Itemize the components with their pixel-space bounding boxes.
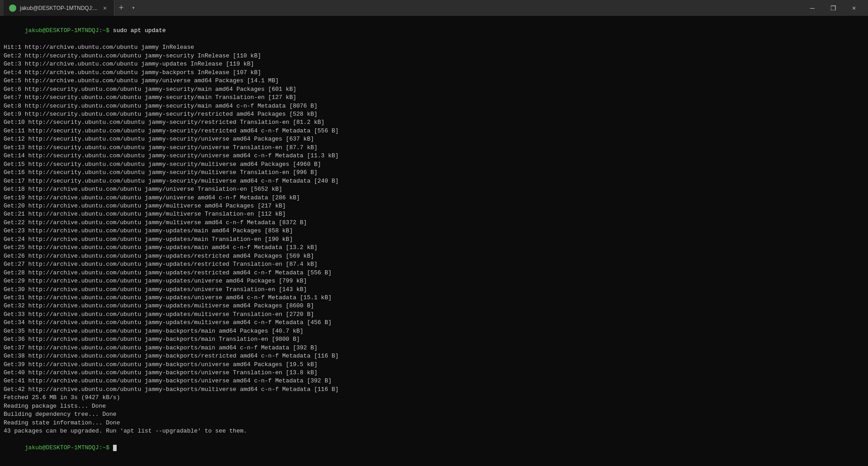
terminal-line: Get:40 http://archive.ubuntu.com/ubuntu … <box>4 369 864 377</box>
terminal-content[interactable]: jakub@DESKTOP-1MTNDQJ:~$ sudo apt update… <box>0 16 868 466</box>
terminal-line: Get:32 http://archive.ubuntu.com/ubuntu … <box>4 302 864 310</box>
terminal-line: Get:18 http://archive.ubuntu.com/ubuntu … <box>4 185 864 193</box>
terminal-line: Get:19 http://archive.ubuntu.com/ubuntu … <box>4 194 864 202</box>
terminal-line: Get:7 http://security.ubuntu.com/ubuntu … <box>4 94 864 102</box>
terminal-line: Get:12 http://security.ubuntu.com/ubuntu… <box>4 135 864 143</box>
terminal-line: Get:8 http://security.ubuntu.com/ubuntu … <box>4 102 864 110</box>
final-prompt-line: jakub@DESKTOP-1MTNDQJ:~$ <box>4 436 864 461</box>
terminal-line: Get:11 http://security.ubuntu.com/ubuntu… <box>4 127 864 135</box>
terminal-line: 43 packages can be upgraded. Run 'apt li… <box>4 427 864 435</box>
restore-button[interactable]: ❐ <box>823 0 844 16</box>
terminal-line: Get:33 http://archive.ubuntu.com/ubuntu … <box>4 311 864 319</box>
terminal-line: Get:16 http://security.ubuntu.com/ubuntu… <box>4 169 864 177</box>
terminal-line: Get:14 http://security.ubuntu.com/ubuntu… <box>4 152 864 160</box>
terminal-line: Get:2 http://security.ubuntu.com/ubuntu … <box>4 52 864 60</box>
terminal-line: Get:3 http://archive.ubuntu.com/ubuntu j… <box>4 60 864 68</box>
terminal-window: jakub@DESKTOP-1MTNDQJ:... × + ▾ ─ ❐ × ja… <box>0 0 868 466</box>
terminal-line: Get:21 http://archive.ubuntu.com/ubuntu … <box>4 210 864 218</box>
terminal-line: Get:15 http://security.ubuntu.com/ubuntu… <box>4 160 864 169</box>
terminal-line: Get:4 http://archive.ubuntu.com/ubuntu j… <box>4 69 864 77</box>
terminal-line: Get:6 http://security.ubuntu.com/ubuntu … <box>4 85 864 94</box>
terminal-line: Get:37 http://archive.ubuntu.com/ubuntu … <box>4 344 864 352</box>
terminal-line: Get:17 http://security.ubuntu.com/ubuntu… <box>4 177 864 185</box>
close-button[interactable]: × <box>844 0 864 16</box>
terminal-line: Get:34 http://archive.ubuntu.com/ubuntu … <box>4 319 864 327</box>
final-prompt: jakub@DESKTOP-1MTNDQJ:~$ <box>25 444 109 451</box>
terminal-tab[interactable]: jakub@DESKTOP-1MTNDQJ:... × <box>4 0 114 16</box>
window-controls: ─ ❐ × <box>802 0 864 16</box>
terminal-line: Get:13 http://security.ubuntu.com/ubuntu… <box>4 144 864 152</box>
terminal-line: Get:35 http://archive.ubuntu.com/ubuntu … <box>4 327 864 335</box>
command-line: jakub@DESKTOP-1MTNDQJ:~$ sudo apt update <box>4 19 864 43</box>
terminal-line: Get:41 http://archive.ubuntu.com/ubuntu … <box>4 377 864 385</box>
terminal-line: Get:24 http://archive.ubuntu.com/ubuntu … <box>4 235 864 244</box>
terminal-line: Get:25 http://archive.ubuntu.com/ubuntu … <box>4 244 864 252</box>
terminal-line: Fetched 25.6 MB in 3s (9427 kB/s) <box>4 394 864 402</box>
tab-title: jakub@DESKTOP-1MTNDQJ:... <box>20 5 98 11</box>
terminal-line: Get:22 http://archive.ubuntu.com/ubuntu … <box>4 219 864 227</box>
terminal-line: Reading package lists... Done <box>4 402 864 410</box>
cursor <box>113 445 117 451</box>
terminal-line: Get:9 http://security.ubuntu.com/ubuntu … <box>4 110 864 118</box>
terminal-line: Get:27 http://archive.ubuntu.com/ubuntu … <box>4 260 864 268</box>
terminal-line: Get:28 http://archive.ubuntu.com/ubuntu … <box>4 269 864 277</box>
new-tab-button[interactable]: + <box>114 0 128 16</box>
minimize-button[interactable]: ─ <box>802 0 823 16</box>
terminal-line: Get:30 http://archive.ubuntu.com/ubuntu … <box>4 286 864 294</box>
terminal-line: Hit:1 http://archive.ubuntu.com/ubuntu j… <box>4 43 864 52</box>
terminal-output: Hit:1 http://archive.ubuntu.com/ubuntu j… <box>4 43 864 435</box>
terminal-line: Get:26 http://archive.ubuntu.com/ubuntu … <box>4 252 864 260</box>
tab-dropdown-button[interactable]: ▾ <box>128 0 139 16</box>
terminal-line: Get:42 http://archive.ubuntu.com/ubuntu … <box>4 386 864 394</box>
terminal-line: Get:10 http://security.ubuntu.com/ubuntu… <box>4 118 864 127</box>
terminal-line: Reading state information... Done <box>4 419 864 427</box>
terminal-line: Get:38 http://archive.ubuntu.com/ubuntu … <box>4 352 864 360</box>
terminal-line: Get:31 http://archive.ubuntu.com/ubuntu … <box>4 294 864 302</box>
terminal-line: Building dependency tree... Done <box>4 410 864 419</box>
terminal-line: Get:20 http://archive.ubuntu.com/ubuntu … <box>4 202 864 210</box>
terminal-line: Get:29 http://archive.ubuntu.com/ubuntu … <box>4 277 864 285</box>
prompt: jakub@DESKTOP-1MTNDQJ:~$ <box>25 27 109 34</box>
terminal-line: Get:36 http://archive.ubuntu.com/ubuntu … <box>4 335 864 344</box>
terminal-line: Get:5 http://archive.ubuntu.com/ubuntu j… <box>4 77 864 85</box>
terminal-line: Get:39 http://archive.ubuntu.com/ubuntu … <box>4 361 864 369</box>
tab-close-button[interactable]: × <box>101 4 108 13</box>
terminal-line: Get:23 http://archive.ubuntu.com/ubuntu … <box>4 227 864 235</box>
command-text: sudo apt update <box>109 27 166 34</box>
tab-icon <box>9 5 16 12</box>
title-bar: jakub@DESKTOP-1MTNDQJ:... × + ▾ ─ ❐ × <box>0 0 868 16</box>
